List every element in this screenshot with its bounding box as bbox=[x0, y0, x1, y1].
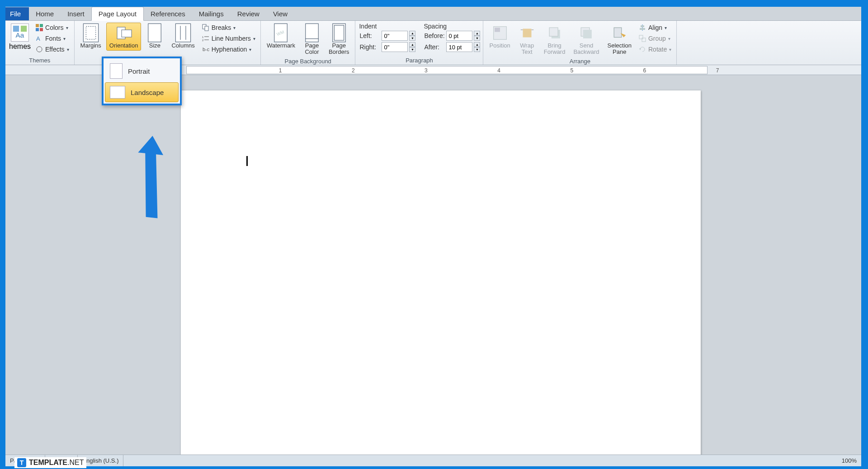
svg-text:2: 2 bbox=[202, 39, 204, 42]
size-button[interactable]: Size bbox=[143, 23, 166, 51]
orientation-portrait[interactable]: Portrait bbox=[105, 60, 179, 82]
selection-pane-icon bbox=[611, 24, 628, 42]
line-numbers-button[interactable]: 12Line Numbers bbox=[200, 33, 258, 43]
colors-icon bbox=[36, 24, 43, 31]
tab-file[interactable]: File bbox=[5, 7, 29, 20]
wrap-text-icon bbox=[519, 24, 536, 42]
indent-left-spinner[interactable]: ▲▼ bbox=[409, 31, 415, 41]
group-paragraph: Indent Left: ▲▼ Right: ▲▼ Sp bbox=[355, 21, 483, 65]
template-net-watermark: T TEMPLATE.NET bbox=[14, 457, 86, 468]
colors-button[interactable]: Colors bbox=[33, 23, 71, 33]
svg-rect-13 bbox=[148, 24, 161, 42]
size-icon bbox=[146, 24, 163, 42]
page-borders-button[interactable]: Page Borders bbox=[326, 23, 353, 57]
watermark-icon: WM bbox=[272, 24, 289, 42]
bring-forward-icon bbox=[546, 24, 563, 42]
indent-header: Indent bbox=[358, 23, 415, 31]
status-bar: Page 1 of 1 Words: 0 English (U.S.) 100% bbox=[5, 455, 861, 466]
template-net-icon: T bbox=[17, 458, 26, 467]
svg-rect-0 bbox=[13, 26, 19, 32]
orientation-landscape[interactable]: Landscape bbox=[105, 82, 179, 102]
group-button[interactable]: Group bbox=[637, 33, 674, 43]
indent-right-input[interactable] bbox=[382, 42, 408, 52]
tab-view[interactable]: View bbox=[266, 7, 294, 20]
svg-text:Aa: Aa bbox=[16, 31, 24, 39]
landscape-icon bbox=[110, 86, 125, 99]
svg-marker-60 bbox=[136, 136, 166, 218]
rotate-button[interactable]: Rotate bbox=[637, 44, 674, 54]
indent-left-input[interactable] bbox=[382, 31, 408, 41]
group-label-paragraph: Paragraph bbox=[358, 56, 480, 64]
group-label-themes: Themes bbox=[8, 56, 71, 64]
orientation-dropdown: Portrait Landscape bbox=[102, 57, 182, 105]
position-button[interactable]: Position bbox=[486, 23, 513, 51]
spacing-after-spinner[interactable]: ▲▼ bbox=[474, 42, 480, 52]
group-arrange: Position Wrap Text Bring Forward Send Ba… bbox=[483, 21, 677, 65]
tab-review[interactable]: Review bbox=[231, 7, 266, 20]
tab-insert[interactable]: Insert bbox=[61, 7, 91, 20]
svg-rect-55 bbox=[641, 25, 644, 27]
tab-references[interactable]: References bbox=[144, 7, 192, 20]
svg-rect-12 bbox=[122, 30, 132, 37]
selection-pane-button[interactable]: Selection Pane bbox=[604, 23, 635, 57]
page-color-button[interactable]: Page Color bbox=[300, 23, 324, 57]
group-label-page-background: Page Background bbox=[264, 57, 353, 65]
breaks-icon bbox=[202, 24, 209, 31]
orientation-icon bbox=[115, 24, 132, 42]
svg-text:A: A bbox=[36, 35, 40, 42]
spacing-header: Spacing bbox=[423, 23, 480, 31]
svg-rect-46 bbox=[523, 29, 531, 38]
portrait-icon bbox=[110, 63, 123, 79]
page-borders-icon bbox=[330, 24, 348, 42]
columns-icon bbox=[175, 24, 192, 42]
fonts-button[interactable]: AFonts bbox=[33, 33, 71, 43]
svg-point-8 bbox=[37, 47, 42, 52]
tab-mailings[interactable]: Mailings bbox=[192, 7, 231, 20]
svg-text:b-c: b-c bbox=[203, 47, 209, 52]
spacing-after-label: After: bbox=[424, 43, 445, 51]
breaks-button[interactable]: Breaks bbox=[200, 23, 258, 33]
svg-rect-45 bbox=[495, 28, 500, 32]
spacing-before-input[interactable] bbox=[446, 31, 472, 41]
effects-icon bbox=[36, 46, 43, 53]
status-zoom[interactable]: 100% bbox=[842, 457, 861, 464]
align-icon bbox=[639, 24, 646, 31]
indent-left-label: Left: bbox=[359, 32, 380, 39]
text-cursor bbox=[246, 156, 248, 166]
send-backward-icon bbox=[578, 24, 595, 42]
document-area: 1 2 3 4 5 6 7 bbox=[5, 65, 861, 455]
margins-button[interactable]: Margins bbox=[77, 23, 104, 51]
svg-rect-53 bbox=[614, 28, 622, 37]
hyphenation-icon: b-c bbox=[202, 46, 209, 53]
svg-rect-56 bbox=[640, 28, 645, 30]
indent-right-label: Right: bbox=[359, 43, 380, 51]
bring-forward-button[interactable]: Bring Forward bbox=[541, 23, 569, 57]
svg-rect-26 bbox=[306, 24, 319, 39]
send-backward-button[interactable]: Send Backward bbox=[570, 23, 602, 57]
spacing-before-spinner[interactable]: ▲▼ bbox=[474, 31, 480, 41]
svg-rect-29 bbox=[334, 25, 344, 40]
margins-icon bbox=[82, 24, 99, 42]
svg-rect-5 bbox=[36, 28, 39, 31]
svg-rect-10 bbox=[86, 27, 95, 40]
tab-page-layout[interactable]: Page Layout bbox=[91, 7, 144, 21]
rotate-icon bbox=[639, 46, 646, 53]
indent-right-spinner[interactable]: ▲▼ bbox=[409, 42, 415, 52]
document-page[interactable] bbox=[181, 90, 701, 455]
watermark-button[interactable]: WM Watermark bbox=[264, 23, 298, 51]
svg-marker-59 bbox=[639, 48, 641, 50]
hyphenation-button[interactable]: b-cHyphenation bbox=[200, 44, 258, 54]
svg-rect-58 bbox=[642, 38, 646, 42]
svg-rect-52 bbox=[583, 30, 592, 38]
themes-button[interactable]: Aa hemes bbox=[8, 23, 32, 52]
orientation-button[interactable]: Orientation bbox=[106, 23, 142, 51]
columns-button[interactable]: Columns bbox=[168, 23, 198, 51]
spacing-after-input[interactable] bbox=[446, 42, 472, 52]
svg-rect-18 bbox=[205, 26, 208, 31]
wrap-text-button[interactable]: Wrap Text bbox=[515, 23, 539, 57]
fonts-icon: A bbox=[36, 35, 43, 42]
effects-button[interactable]: Effects bbox=[33, 44, 71, 54]
tab-home[interactable]: Home bbox=[29, 7, 61, 20]
group-themes: Aa hemes Colors AFonts Effects Themes bbox=[5, 21, 75, 65]
align-button[interactable]: Align bbox=[637, 23, 674, 33]
